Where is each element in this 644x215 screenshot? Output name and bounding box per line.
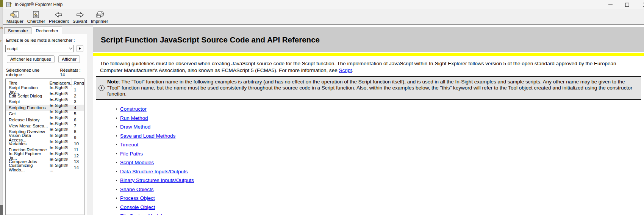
main-area: Sommaire Rechercher Entrez le ou les mot… xyxy=(3,25,644,215)
minimize-icon xyxy=(608,3,613,7)
info-icon: i xyxy=(98,85,105,91)
tab-rechercher[interactable]: Rechercher xyxy=(32,27,62,35)
select-topic-label: Sélectionnez une rubrique : xyxy=(6,68,55,77)
result-row[interactable]: In-Sight Explorer Ja...In-Sight® ...12 xyxy=(6,153,84,159)
bullet-icon xyxy=(116,180,117,181)
toc-link-script-modules[interactable]: Script Modules xyxy=(120,160,154,165)
bullet-icon xyxy=(116,207,117,208)
background-window-edge xyxy=(0,205,3,215)
toc-link-console-object[interactable]: Console Object xyxy=(120,204,155,210)
result-row[interactable]: Release HistoryIn-Sight® ...6 xyxy=(6,117,84,123)
svg-text:?: ? xyxy=(9,2,12,7)
chercher-button[interactable]: Chercher xyxy=(25,10,47,24)
bullet-icon xyxy=(116,171,117,172)
print-icon xyxy=(95,10,105,19)
intro-paragraph: The following guidelines must be observe… xyxy=(100,60,637,74)
list-item: Console Object xyxy=(116,203,644,212)
results-count: Résultats : 14 xyxy=(60,68,84,77)
panel-splitter[interactable] xyxy=(87,25,93,215)
result-row[interactable]: ScriptIn-Sight® ...3 xyxy=(6,99,84,105)
background-text-fragment: F xyxy=(0,39,2,42)
list-item: Shape Objects xyxy=(116,185,644,194)
toc-link-timeout[interactable]: Timeout xyxy=(120,142,138,148)
list-item: Constructor xyxy=(116,105,644,114)
bullet-icon xyxy=(116,126,117,127)
bullet-icon xyxy=(116,118,117,119)
background-text-fragment: Fi xyxy=(0,27,3,30)
list-item: File Paths xyxy=(116,149,644,159)
list-item: Binary Structures Inputs/Outputs xyxy=(116,176,644,185)
masquer-button[interactable]: Masquer xyxy=(5,10,25,24)
toc-link-run-method[interactable]: Run Method xyxy=(120,115,148,121)
window-titlebar: ? In-Sight® Explorer Help xyxy=(3,0,644,9)
bullet-icon xyxy=(116,135,117,137)
note-label: Note xyxy=(107,79,119,85)
toc-link-binary-structures-io[interactable]: Binary Structures Inputs/Outputs xyxy=(120,177,194,183)
toolbar: Masquer Chercher Précédent xyxy=(3,9,644,25)
result-row[interactable]: Edit Script DialogIn-Sight® ...2 xyxy=(6,93,84,99)
imprimer-button[interactable]: Imprimer xyxy=(89,10,110,24)
select-topic-row: Sélectionnez une rubrique : Résultats : … xyxy=(6,68,84,77)
afficher-rubriques-button[interactable]: Afficher les rubriques xyxy=(7,55,55,63)
background-window-strip: Fi F xyxy=(0,0,3,215)
close-button[interactable] xyxy=(639,0,644,9)
tool-label: Chercher xyxy=(27,19,45,24)
script-link[interactable]: Script xyxy=(339,67,352,73)
afficher-button[interactable]: Afficher xyxy=(58,55,80,63)
toc-link-file-paths[interactable]: File Paths xyxy=(120,151,143,157)
minimize-button[interactable] xyxy=(604,0,617,9)
column-header-rang[interactable]: Rang xyxy=(72,79,84,87)
content-panel: Script Function JavaScript Source Code a… xyxy=(93,25,644,215)
list-item: File System Module xyxy=(116,212,644,215)
forward-arrow-icon xyxy=(75,10,85,19)
result-row[interactable]: Customizing Windo...In-Sight® ...14 xyxy=(6,165,84,171)
toc-link-process-object[interactable]: Process Object xyxy=(120,195,155,201)
search-combo-row xyxy=(5,45,84,52)
search-combobox[interactable] xyxy=(5,45,74,52)
search-options-button[interactable] xyxy=(77,45,83,52)
precedent-button[interactable]: Précédent xyxy=(47,10,70,24)
results-list[interactable]: Titre Emplacem... Rang Script Function J… xyxy=(5,78,84,215)
right-triangle-icon xyxy=(79,47,81,50)
search-label: Entrez le ou les mots à rechercher : xyxy=(6,38,84,42)
suivant-button[interactable]: Suivant xyxy=(71,10,89,24)
list-item: Save and Load Methods xyxy=(116,132,644,141)
toc-link-shape-objects[interactable]: Shape Objects xyxy=(120,187,154,192)
accent-rule xyxy=(93,53,644,56)
list-item: Script Modules xyxy=(116,158,644,167)
search-pane: Entrez le ou les mots à rechercher : Aff… xyxy=(3,34,87,215)
note-text: Note: The "Tool" function name in the fo… xyxy=(107,79,638,97)
search-input[interactable] xyxy=(6,46,67,52)
toc-link-constructor[interactable]: Constructor xyxy=(120,106,147,112)
toc-link-save-load[interactable]: Save and Load Methods xyxy=(120,133,175,139)
result-row[interactable]: Vision Data Access...In-Sight® ...9 xyxy=(6,135,84,141)
intro-text: The following guidelines must be observe… xyxy=(100,61,616,73)
toc-link-draw-method[interactable]: Draw Method xyxy=(120,124,150,130)
sidebar-tabs: Sommaire Rechercher xyxy=(3,25,87,34)
tool-label: Imprimer xyxy=(91,19,108,24)
bullet-icon xyxy=(116,144,117,145)
result-row[interactable]: Script Function Jav...In-Sight® ...1 xyxy=(6,87,84,93)
maximize-icon xyxy=(625,3,629,7)
hide-icon xyxy=(10,10,20,19)
toc-link-data-structure-io[interactable]: Data Structure Inputs/Outputs xyxy=(120,169,188,174)
background-window-corner xyxy=(0,0,3,7)
bullet-icon xyxy=(116,198,117,199)
toc-link-file-system-module[interactable]: File System Module xyxy=(120,213,165,215)
list-item: Process Object xyxy=(116,194,644,203)
chevron-down-icon[interactable] xyxy=(67,45,73,52)
tool-label: Masquer xyxy=(6,19,23,24)
result-row[interactable]: VariablesIn-Sight® ...10 xyxy=(6,141,84,147)
search-buttons-row: Afficher les rubriques Afficher xyxy=(7,55,80,63)
result-row[interactable]: View Menu: Sprea...In-Sight® ...7 xyxy=(6,123,84,129)
help-window: ? In-Sight® Explorer Help xyxy=(3,0,644,215)
intro-text-end: . xyxy=(352,67,353,73)
page-title: Script Function JavaScript Source Code a… xyxy=(93,35,320,44)
navigation-sidebar: Sommaire Rechercher Entrez le ou les mot… xyxy=(3,25,87,215)
list-item: Run Method xyxy=(116,114,644,123)
result-row[interactable]: GetIn-Sight® ...5 xyxy=(6,111,84,117)
tab-sommaire[interactable]: Sommaire xyxy=(4,27,31,34)
maximize-button[interactable] xyxy=(621,0,633,9)
result-row-selected[interactable]: Scripting FunctionsIn-Sight® ...4 xyxy=(6,105,84,111)
tool-label: Précédent xyxy=(49,19,69,24)
